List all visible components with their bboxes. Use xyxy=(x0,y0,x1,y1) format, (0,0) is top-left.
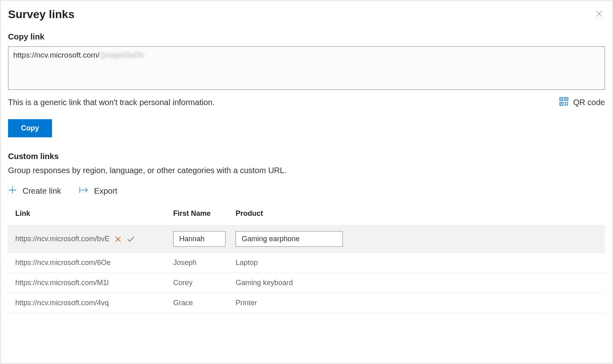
link-description: This is a generic link that won't track … xyxy=(8,98,215,107)
product-cell: Gaming keyboard xyxy=(236,279,605,287)
first-name-input[interactable] xyxy=(173,231,226,247)
check-icon xyxy=(126,236,135,243)
first-name-cell: Grace xyxy=(173,299,236,307)
link-url-blurred: Qmqw03aDh xyxy=(99,51,144,59)
col-header-first-name: First Name xyxy=(173,209,236,218)
row-link-text: https://ncv.microsoft.com/bvE xyxy=(15,235,110,243)
survey-links-panel: Survey links Copy link https://ncv.micro… xyxy=(0,0,613,364)
plus-icon xyxy=(8,186,17,196)
link-url-prefix: https://ncv.microsoft.com/ xyxy=(13,51,99,59)
link-description-row: This is a generic link that won't track … xyxy=(8,97,605,108)
panel-title: Survey links xyxy=(8,8,75,21)
export-label: Export xyxy=(94,186,118,196)
svg-rect-1 xyxy=(561,99,562,100)
custom-links-label: Custom links xyxy=(8,152,605,161)
row-link-text: https://ncv.microsoft.com/M1l xyxy=(15,279,109,287)
qr-code-button[interactable]: QR code xyxy=(559,97,605,108)
qr-code-icon xyxy=(559,97,568,108)
svg-rect-3 xyxy=(566,99,567,100)
export-button[interactable]: Export xyxy=(79,186,118,196)
create-link-label: Create link xyxy=(23,186,61,196)
custom-links-description: Group responses by region, language, or … xyxy=(8,166,605,175)
table-row[interactable]: https://ncv.microsoft.com/bvE xyxy=(8,225,605,253)
create-link-button[interactable]: Create link xyxy=(8,186,61,196)
first-name-cell: Joseph xyxy=(173,259,236,267)
svg-rect-7 xyxy=(567,102,568,103)
link-cell: https://ncv.microsoft.com/6Oe xyxy=(15,259,173,267)
svg-rect-8 xyxy=(565,104,566,105)
row-link-text: https://ncv.microsoft.com/6Oe xyxy=(15,259,111,267)
first-name-cell xyxy=(173,231,236,247)
table-header-row: Link First Name Product xyxy=(8,209,605,225)
x-icon xyxy=(114,236,122,243)
product-input[interactable] xyxy=(236,231,343,247)
close-icon xyxy=(595,10,603,18)
table-row[interactable]: https://ncv.microsoft.com/6Oe Joseph Lap… xyxy=(8,253,605,273)
link-cell: https://ncv.microsoft.com/M1l xyxy=(15,279,173,287)
link-cell: https://ncv.microsoft.com/bvE xyxy=(15,235,173,243)
panel-header: Survey links xyxy=(8,8,605,32)
product-cell xyxy=(236,231,605,247)
link-textbox[interactable]: https://ncv.microsoft.com/Qmqw03aDh xyxy=(8,46,605,90)
copy-link-label: Copy link xyxy=(8,32,605,41)
product-cell: Printer xyxy=(236,299,605,307)
qr-code-label: QR code xyxy=(573,98,605,107)
table-row[interactable]: https://ncv.microsoft.com/M1l Corey Gami… xyxy=(8,273,605,293)
table-row[interactable]: https://ncv.microsoft.com/4vq Grace Prin… xyxy=(8,293,605,313)
product-cell: Laptop xyxy=(236,259,605,267)
first-name-cell: Corey xyxy=(173,279,236,287)
col-header-link: Link xyxy=(15,209,173,218)
row-cancel-button[interactable] xyxy=(114,236,122,243)
close-button[interactable] xyxy=(594,8,605,21)
custom-links-table: Link First Name Product https://ncv.micr… xyxy=(8,209,605,313)
custom-links-actions: Create link Export xyxy=(8,186,605,196)
export-icon xyxy=(79,186,89,196)
svg-rect-9 xyxy=(567,104,568,105)
row-confirm-button[interactable] xyxy=(126,236,135,243)
svg-rect-6 xyxy=(565,102,566,103)
svg-rect-5 xyxy=(561,103,562,105)
row-link-text: https://ncv.microsoft.com/4vq xyxy=(15,299,109,307)
copy-button[interactable]: Copy xyxy=(8,119,52,137)
col-header-product: Product xyxy=(236,209,605,218)
link-cell: https://ncv.microsoft.com/4vq xyxy=(15,299,173,307)
